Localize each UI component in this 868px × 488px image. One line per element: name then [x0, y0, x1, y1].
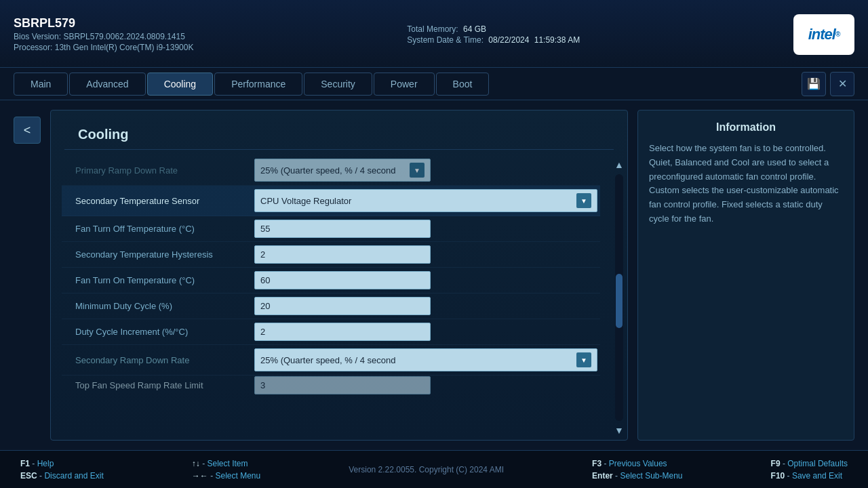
label-fan-turn-on-temp: Fan Turn On Temperature (°C): [64, 275, 254, 285]
tab-performance[interactable]: Performance: [214, 73, 302, 96]
scroll-track[interactable]: [615, 174, 623, 421]
processor-info: Processor: 13th Gen Intel(R) Core(TM) i9…: [14, 43, 193, 52]
panel-content: Primary Ramp Down Rate 25% (Quarter spee…: [51, 155, 611, 440]
label-secondary-temp-hysteresis: Secondary Temperature Hysteresis: [64, 249, 254, 260]
footer-f9: F9 - Optimal Defaults: [771, 459, 848, 468]
input-fan-turn-off-temp[interactable]: [254, 220, 431, 238]
scroll-up-arrow[interactable]: ▲: [612, 158, 626, 171]
memory-value: 64 GB: [463, 24, 486, 34]
input-duty-cycle-increment[interactable]: [254, 323, 431, 341]
panel-title: Cooling: [64, 117, 614, 150]
footer-center-left: ↑↓ - Select Item →← - Select Menu: [192, 459, 260, 481]
footer-lr-arrows: →← - Select Menu: [192, 471, 260, 481]
footer-enter: Enter - Select Sub-Menu: [592, 471, 682, 481]
footer-arrows: ↑↓ - Select Item: [192, 459, 260, 468]
datetime-label: System Date & Time:: [407, 35, 484, 45]
tab-power[interactable]: Power: [374, 73, 435, 96]
content-panel: Cooling Primary Ramp Down Rate 25% (Quar…: [50, 110, 628, 441]
header: SBRPL579 Bios Version: SBRPL579.0062.202…: [0, 0, 868, 68]
save-icon-button[interactable]: 💾: [802, 72, 826, 96]
scroll-down-arrow[interactable]: ▼: [612, 424, 626, 437]
info-title: Information: [649, 121, 843, 134]
header-left: SBRPL579 Bios Version: SBRPL579.0062.202…: [14, 16, 193, 52]
dropdown-arrow-secondary-temp: ▼: [576, 193, 591, 208]
info-panel: Information Select how the system fan is…: [637, 110, 854, 441]
footer-center-right: F3 - Previous Values Enter - Select Sub-…: [592, 459, 682, 481]
row-duty-cycle-increment: Duty Cycle Increment (%/°C): [62, 319, 600, 345]
dropdown-value-secondary-ramp: 25% (Quarter speed, % / 4 second: [260, 355, 395, 365]
input-top-fan-speed-ramp-rate[interactable]: [254, 376, 431, 394]
dropdown-arrow-primary-ramp: ▼: [410, 163, 425, 178]
intel-logo: intel®: [793, 14, 854, 55]
tab-main[interactable]: Main: [14, 73, 68, 96]
row-fan-turn-off-temp: Fan Turn Off Temperature (°C): [62, 216, 600, 242]
datetime-date: 08/22/2024: [488, 35, 529, 45]
header-center: Total Memory: 64 GB System Date & Time: …: [407, 24, 580, 45]
footer-esc: ESC - Discard and Exit: [20, 471, 104, 481]
dropdown-value-primary-ramp: 25% (Quarter speed, % / 4 second: [260, 165, 395, 176]
close-icon-button[interactable]: ✕: [830, 72, 854, 96]
row-minimum-duty-cycle: Minimum Duty Cycle (%): [62, 293, 600, 319]
processor-value: 13th Gen Intel(R) Core(TM) i9-13900K: [55, 43, 194, 52]
input-minimum-duty-cycle[interactable]: [254, 297, 431, 315]
tab-cooling[interactable]: Cooling: [147, 73, 213, 96]
tab-boot[interactable]: Boot: [436, 73, 490, 96]
label-primary-ramp-down-rate: Primary Ramp Down Rate: [64, 165, 254, 176]
memory-label: Total Memory:: [407, 24, 458, 34]
bios-info: Bios Version: SBRPL579.0062.2024.0809.14…: [14, 32, 193, 41]
main-area: < Cooling Primary Ramp Down Rate 25% (Qu…: [0, 100, 868, 450]
footer: F1 - Help ESC - Discard and Exit ↑↓ - Se…: [0, 450, 868, 488]
datetime-time: 11:59:38 AM: [534, 35, 580, 45]
label-top-fan-speed-ramp-rate: Top Fan Speed Ramp Rate Limit: [64, 380, 254, 390]
footer-left: F1 - Help ESC - Discard and Exit: [20, 459, 104, 481]
dropdown-secondary-ramp-down-rate[interactable]: 25% (Quarter speed, % / 4 second ▼: [254, 348, 597, 371]
input-secondary-temp-hysteresis[interactable]: [254, 245, 431, 264]
panel-header: Cooling: [51, 110, 627, 155]
footer-version: Version 2.22.0055. Copyright (C) 2024 AM…: [349, 465, 504, 474]
label-duty-cycle-increment: Duty Cycle Increment (%/°C): [64, 327, 254, 337]
memory-info: Total Memory: 64 GB: [407, 24, 486, 34]
dropdown-value-secondary-temp-sensor: CPU Voltage Regulator: [260, 196, 351, 206]
datetime-info: System Date & Time: 08/22/2024 11:59:38 …: [407, 35, 580, 45]
scroll-thumb[interactable]: [616, 274, 623, 328]
label-minimum-duty-cycle: Minimum Duty Cycle (%): [64, 301, 254, 311]
input-fan-turn-on-temp[interactable]: [254, 271, 431, 289]
model-name: SBRPL579: [14, 16, 193, 30]
back-button[interactable]: <: [14, 117, 41, 144]
footer-f10: F10 - Save and Exit: [771, 471, 848, 481]
footer-f3: F3 - Previous Values: [592, 459, 682, 468]
label-secondary-temperature-sensor: Secondary Temperature Sensor: [64, 196, 254, 206]
scrollbar[interactable]: ▲ ▼: [611, 155, 627, 440]
panel-scroll: Primary Ramp Down Rate 25% (Quarter spee…: [51, 155, 627, 440]
row-top-fan-speed-ramp-rate: Top Fan Speed Ramp Rate Limit: [62, 375, 600, 394]
dropdown-secondary-temperature-sensor[interactable]: CPU Voltage Regulator ▼: [254, 189, 597, 212]
dropdown-primary-ramp-down-rate[interactable]: 25% (Quarter speed, % / 4 second ▼: [254, 159, 431, 182]
row-primary-ramp-down-rate: Primary Ramp Down Rate 25% (Quarter spee…: [62, 155, 600, 186]
nav-bar: Main Advanced Cooling Performance Securi…: [0, 68, 868, 100]
tab-security[interactable]: Security: [304, 73, 372, 96]
bios-value: SBRPL579.0062.2024.0809.1415: [63, 32, 185, 41]
nav-actions: 💾 ✕: [802, 72, 854, 96]
row-secondary-temp-hysteresis: Secondary Temperature Hysteresis: [62, 242, 600, 268]
tab-advanced[interactable]: Advanced: [69, 73, 145, 96]
bios-label: Bios Version:: [14, 32, 61, 41]
footer-right: F9 - Optimal Defaults F10 - Save and Exi…: [771, 459, 848, 481]
row-fan-turn-on-temp: Fan Turn On Temperature (°C): [62, 268, 600, 293]
footer-f1: F1 - Help: [20, 459, 104, 468]
row-secondary-temperature-sensor[interactable]: Secondary Temperature Sensor CPU Voltage…: [62, 186, 600, 216]
label-secondary-ramp-down-rate: Secondary Ramp Down Rate: [64, 355, 254, 365]
label-fan-turn-off-temp: Fan Turn Off Temperature (°C): [64, 224, 254, 234]
info-text: Select how the system fan is to be contr…: [649, 142, 843, 226]
version-text: Version 2.22.0055. Copyright (C) 2024 AM…: [349, 465, 504, 474]
row-secondary-ramp-down-rate: Secondary Ramp Down Rate 25% (Quarter sp…: [62, 345, 600, 375]
dropdown-arrow-secondary-ramp: ▼: [576, 352, 591, 367]
processor-label: Processor:: [14, 43, 52, 52]
